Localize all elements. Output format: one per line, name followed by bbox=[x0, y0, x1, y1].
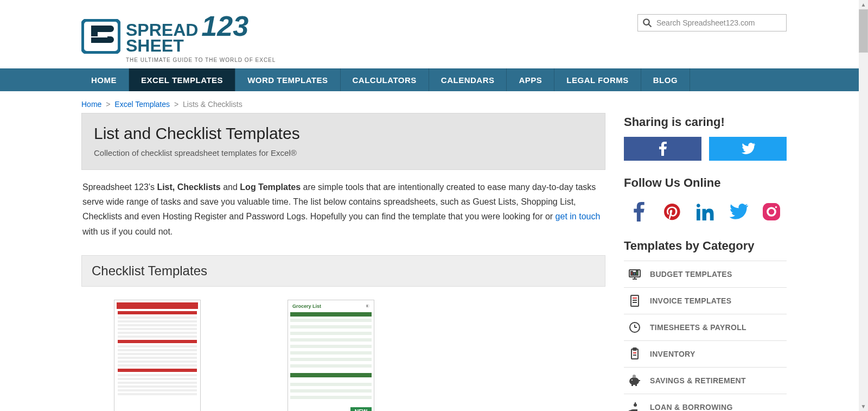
category-item-savings-retirement[interactable]: SAVINGS & RETIREMENT bbox=[624, 368, 787, 394]
category-item-timesheets-payroll[interactable]: TIMESHEETS & PAYROLL bbox=[624, 314, 787, 341]
template-card[interactable] bbox=[103, 300, 212, 411]
template-card[interactable]: Grocery List◧NEWGrocery Shopping List bbox=[277, 300, 385, 411]
svg-point-6 bbox=[775, 206, 777, 208]
svg-line-2 bbox=[648, 24, 651, 27]
section-checklist-templates: Checklist Templates bbox=[81, 255, 605, 287]
follow-linkedin-icon[interactable] bbox=[695, 202, 715, 222]
follow-facebook-icon[interactable] bbox=[629, 202, 649, 222]
categories-heading: Templates by Category bbox=[624, 239, 787, 253]
category-item-budget-templates[interactable]: BUDGET TEMPLATES bbox=[624, 261, 787, 288]
svg-rect-3 bbox=[764, 204, 779, 219]
scroll-up-icon[interactable]: ▲ bbox=[859, 0, 868, 9]
page-hero: List and Checklist Templates Collection … bbox=[81, 113, 605, 170]
svg-rect-8 bbox=[631, 271, 633, 275]
svg-rect-28 bbox=[635, 384, 637, 386]
svg-rect-31 bbox=[635, 402, 636, 404]
category-item-loan-borrowing[interactable]: LOAN & BORROWING bbox=[624, 394, 787, 411]
hand-icon bbox=[627, 400, 642, 411]
svg-point-29 bbox=[633, 375, 636, 378]
facebook-icon bbox=[659, 142, 667, 156]
svg-rect-9 bbox=[634, 273, 635, 275]
category-item-invoice-templates[interactable]: INVOICE TEMPLATES bbox=[624, 288, 787, 314]
scroll-down-icon[interactable]: ▼ bbox=[859, 402, 868, 411]
template-thumbnail bbox=[114, 300, 201, 411]
new-badge: NEW bbox=[350, 407, 372, 411]
category-label: INVENTORY bbox=[650, 350, 695, 358]
breadcrumb-mid[interactable]: Excel Templates bbox=[114, 100, 170, 109]
category-label: BUDGET TEMPLATES bbox=[650, 270, 732, 279]
nav-item-blog[interactable]: BLOG bbox=[641, 68, 690, 91]
scrollbar-thumb[interactable] bbox=[859, 9, 868, 53]
category-label: LOAN & BORROWING bbox=[650, 403, 733, 411]
follow-twitter-icon[interactable] bbox=[729, 202, 748, 222]
svg-point-1 bbox=[643, 19, 649, 25]
logo-text: SPREAD SHEET 123 THE ULTIMATE GUIDE TO T… bbox=[126, 10, 276, 63]
get-in-touch-link[interactable]: get in touch bbox=[556, 212, 601, 221]
svg-point-25 bbox=[631, 380, 633, 381]
page-subtitle: Collection of checklist spreadsheet temp… bbox=[94, 148, 593, 157]
category-item-inventory[interactable]: INVENTORY bbox=[624, 341, 787, 368]
category-label: SAVINGS & RETIREMENT bbox=[650, 376, 746, 385]
svg-rect-26 bbox=[639, 380, 640, 381]
invoice-icon bbox=[627, 293, 642, 308]
svg-rect-27 bbox=[631, 384, 633, 386]
svg-rect-21 bbox=[633, 348, 636, 350]
category-label: TIMESHEETS & PAYROLL bbox=[650, 323, 746, 332]
vertical-scrollbar[interactable]: ▲ ▼ bbox=[859, 0, 868, 411]
share-facebook-button[interactable] bbox=[624, 137, 701, 161]
share-twitter-button[interactable] bbox=[709, 137, 787, 161]
nav-item-word-templates[interactable]: WORD TEMPLATES bbox=[235, 68, 340, 91]
sharing-heading: Sharing is caring! bbox=[624, 115, 787, 129]
breadcrumb-home[interactable]: Home bbox=[81, 100, 101, 109]
search-icon bbox=[642, 18, 652, 28]
clock-icon bbox=[627, 320, 642, 335]
page-title: List and Checklist Templates bbox=[94, 124, 593, 143]
breadcrumb-current: Lists & Checklists bbox=[183, 100, 242, 109]
nav-item-calendars[interactable]: CALENDARS bbox=[429, 68, 507, 91]
site-logo[interactable]: SPREAD SHEET 123 THE ULTIMATE GUIDE TO T… bbox=[81, 10, 276, 63]
nav-item-apps[interactable]: APPS bbox=[507, 68, 554, 91]
clipboard-icon bbox=[627, 346, 642, 362]
template-thumbnail: Grocery List◧NEW bbox=[288, 300, 374, 411]
svg-rect-0 bbox=[82, 20, 119, 53]
nav-item-legal-forms[interactable]: LEGAL FORMS bbox=[554, 68, 641, 91]
search-input[interactable] bbox=[656, 18, 782, 27]
main-nav: HOMEEXCEL TEMPLATESWORD TEMPLATESCALCULA… bbox=[0, 68, 868, 91]
intro-paragraph: Spreadsheet 123's List, Checklists and L… bbox=[81, 178, 605, 251]
logo-mark-icon bbox=[81, 19, 120, 54]
breadcrumb: Home > Excel Templates > Lists & Checkli… bbox=[81, 91, 787, 113]
follow-instagram-icon[interactable] bbox=[762, 202, 781, 222]
twitter-icon bbox=[741, 143, 755, 155]
follow-pinterest-icon[interactable] bbox=[662, 202, 682, 222]
follow-heading: Follow Us Online bbox=[624, 176, 787, 190]
svg-point-24 bbox=[629, 377, 639, 385]
category-label: INVOICE TEMPLATES bbox=[650, 296, 731, 305]
piggy-icon bbox=[627, 373, 642, 388]
nav-item-excel-templates[interactable]: EXCEL TEMPLATES bbox=[129, 68, 235, 91]
nav-item-calculators[interactable]: CALCULATORS bbox=[341, 68, 429, 91]
monitor-icon bbox=[627, 267, 642, 282]
nav-item-home[interactable]: HOME bbox=[81, 68, 129, 91]
svg-rect-10 bbox=[636, 271, 638, 275]
search-box[interactable] bbox=[637, 14, 787, 31]
